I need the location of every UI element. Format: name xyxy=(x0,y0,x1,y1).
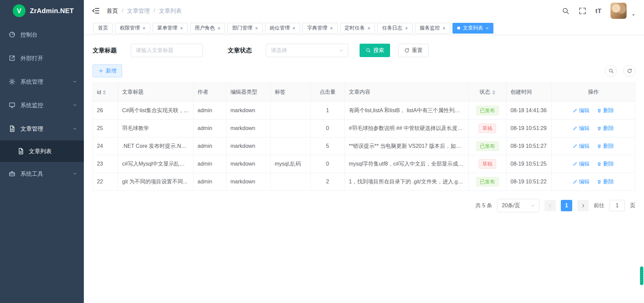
cell-actions: 编辑 删除 xyxy=(552,137,635,155)
tab-close-icon[interactable]: × xyxy=(218,26,221,31)
add-button[interactable]: 新增 xyxy=(93,64,122,77)
next-page-button[interactable] xyxy=(577,200,589,211)
cell-title: 羽毛球教学 xyxy=(118,120,194,137)
column-header-editor: 编辑器类型 xyxy=(226,83,271,102)
app-root: V ZrAdmin.NET 控制台 外部打开 系统管理 系统监控 xyxy=(0,0,644,303)
table-header-row: id 文章标题 作者 编辑器类型 标签 点击量 文章内容 状态 创建时间 操作 xyxy=(93,83,635,102)
tab-close-icon[interactable]: × xyxy=(292,26,296,31)
edit-button-label: 编辑 xyxy=(579,143,590,150)
delete-button[interactable]: 删除 xyxy=(597,125,614,132)
sidebar-menu: 控制台 外部打开 系统管理 系统监控 文章管理 xyxy=(0,21,84,303)
scrollbar-thumb[interactable] xyxy=(640,266,643,285)
cell-editor: markdown xyxy=(226,102,271,120)
article-table: id 文章标题 作者 编辑器类型 标签 点击量 文章内容 状态 创建时间 操作 … xyxy=(84,83,644,191)
tab-item[interactable]: 权限管理 × xyxy=(115,23,150,34)
sort-icon[interactable] xyxy=(103,90,106,95)
tab-close-icon[interactable]: × xyxy=(368,26,371,31)
trash-icon xyxy=(597,144,601,148)
search-icon xyxy=(366,48,371,53)
tab-item[interactable]: 服务监控 × xyxy=(415,23,450,34)
article-title-input[interactable] xyxy=(131,44,203,57)
caret-down-icon[interactable] xyxy=(631,12,636,17)
search-icon[interactable] xyxy=(562,7,570,15)
fullscreen-icon[interactable] xyxy=(579,7,586,15)
edit-button[interactable]: 编辑 xyxy=(573,125,590,132)
page-size-select[interactable]: 20条/页 xyxy=(497,199,539,212)
sidebar-subitem-article-list[interactable]: 文章列表 xyxy=(0,140,84,162)
trash-icon xyxy=(597,109,601,113)
total-count: 共 5 条 xyxy=(475,202,492,209)
delete-button[interactable]: 删除 xyxy=(597,143,614,150)
edit-button[interactable]: 编辑 xyxy=(573,107,590,114)
sidebar-item-system-management[interactable]: 系统管理 xyxy=(0,70,84,93)
breadcrumb-separator: / xyxy=(122,7,123,14)
delete-button[interactable]: 删除 xyxy=(597,161,614,168)
tab-item[interactable]: 用户角色 × xyxy=(190,23,225,34)
table-row: 24 .NET Core 发布时提示.NET... admin markdown… xyxy=(93,137,635,155)
sort-icon[interactable] xyxy=(492,90,495,95)
breadcrumb-home[interactable]: 首页 xyxy=(107,7,118,15)
plus-icon xyxy=(98,68,104,74)
chevron-down-icon xyxy=(72,103,77,107)
tab-item[interactable]: 任务日志 × xyxy=(377,23,413,34)
column-header-id[interactable]: id xyxy=(93,83,118,102)
goto-page-input[interactable] xyxy=(609,200,625,211)
cell-created: 08-19 10:51:27 xyxy=(506,137,552,155)
tab-close-icon[interactable]: × xyxy=(180,26,183,31)
sidebar-item-system-tools[interactable]: 系统工具 xyxy=(0,162,84,185)
tab-close-icon[interactable]: × xyxy=(442,26,445,31)
active-tab-dot xyxy=(457,27,460,30)
search-button[interactable]: 搜索 xyxy=(360,44,390,57)
breadcrumb: 首页 / 文章管理 / 文章列表 xyxy=(107,7,181,15)
breadcrumb-article-list: 文章列表 xyxy=(159,7,181,15)
menu-fold-icon[interactable] xyxy=(92,7,100,15)
edit-button[interactable]: 编辑 xyxy=(573,178,590,185)
cell-editor: markdown xyxy=(226,137,271,155)
cell-title: .NET Core 发布时提示.NET... xyxy=(118,137,194,155)
delete-button[interactable]: 删除 xyxy=(597,107,614,114)
tab-item[interactable]: 岗位管理 × xyxy=(265,23,300,34)
tab-item[interactable]: 首页 xyxy=(93,23,113,34)
chevron-down-icon xyxy=(339,48,344,53)
sidebar-item-external-open[interactable]: 外部打开 xyxy=(0,46,84,70)
tab-close-icon[interactable]: × xyxy=(405,26,408,31)
tab-item[interactable]: 定时任务 × xyxy=(340,23,375,34)
cell-actions: 编辑 删除 xyxy=(552,120,635,137)
chevron-left-icon xyxy=(548,203,553,208)
article-status-select[interactable]: 请选择 xyxy=(266,44,348,57)
tab-close-icon[interactable]: × xyxy=(330,26,333,31)
sidebar-item-system-monitor[interactable]: 系统监控 xyxy=(0,93,84,117)
tab-item[interactable]: 字典管理 × xyxy=(303,23,338,34)
tabs-bar: 首页 权限管理 × 菜单管理 × 用户角色 × 部门管理 × 岗位管理 × 字典… xyxy=(84,21,644,35)
column-header-status[interactable]: 状态 xyxy=(469,83,506,102)
cell-editor: markdown xyxy=(226,173,271,191)
prev-page-button[interactable] xyxy=(544,200,556,211)
external-link-icon xyxy=(9,55,15,61)
tab-close-icon[interactable]: × xyxy=(255,26,258,31)
user-avatar[interactable] xyxy=(610,3,627,19)
cell-content: mysql字符集utf8，c#写入中文后，全部显示成? ... xyxy=(345,155,469,173)
app-logo[interactable]: V ZrAdmin.NET xyxy=(0,0,84,21)
toggle-search-button[interactable] xyxy=(605,65,617,77)
tab-item[interactable]: 部门管理 × xyxy=(227,23,263,34)
document-icon xyxy=(17,148,24,155)
sidebar-item-dashboard[interactable]: 控制台 xyxy=(0,23,84,46)
tab-close-icon[interactable]: × xyxy=(143,26,146,31)
page-number-button[interactable]: 1 xyxy=(561,200,572,211)
cell-tags xyxy=(271,173,311,191)
cell-editor: markdown xyxy=(226,120,271,137)
refresh-icon xyxy=(404,48,410,53)
font-size-icon[interactable]: tT xyxy=(595,8,601,14)
tab-close-icon[interactable]: × xyxy=(486,26,489,31)
tab-item[interactable]: 菜单管理 × xyxy=(153,23,188,34)
edit-button[interactable]: 编辑 xyxy=(573,161,590,168)
cell-hits: 5 xyxy=(311,137,345,155)
status-badge: 草稿 xyxy=(479,159,496,169)
sidebar-item-article-management[interactable]: 文章管理 xyxy=(0,117,84,140)
delete-button[interactable]: 删除 xyxy=(597,178,614,185)
tab-item[interactable]: 文章列表 × xyxy=(452,23,493,34)
reset-button[interactable]: 重置 xyxy=(398,44,429,57)
edit-button-label: 编辑 xyxy=(579,161,590,168)
edit-button[interactable]: 编辑 xyxy=(573,143,590,150)
refresh-button[interactable] xyxy=(624,65,635,77)
